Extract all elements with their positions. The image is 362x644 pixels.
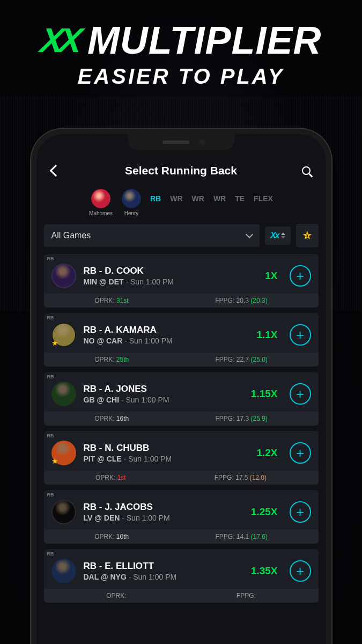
lineup-pick[interactable]: Henry [122,189,141,216]
back-button[interactable] [48,163,63,178]
player-name: RB - E. ELLIOTT [84,561,243,572]
sort-multiplier-button[interactable]: Xx [265,226,291,245]
player-game: PIT @ CLE - Sun 1:00 PM [84,455,249,463]
player-avatar[interactable] [51,264,76,288]
arrow-left-icon [49,165,62,177]
add-player-button[interactable]: + [290,442,311,464]
position-slot-wr[interactable]: WR [170,189,182,203]
position-slot-wr[interactable]: WR [192,189,204,203]
dropdown-label: All Games [51,231,91,240]
multiplier-value: 1X [265,270,277,282]
card-stats: OPRK: 1st FPPG: 17.5 (12.0) [44,471,319,485]
position-tag: RB [47,492,54,497]
player-avatar[interactable] [51,382,76,406]
nav-bar: Select Running Back [36,158,326,184]
player-card[interactable]: RB RB - J. JACOBS LV @ DEN - Sun 1:00 PM… [44,490,319,544]
position-tag: RB [47,256,54,261]
xx-icon: Xx [270,231,279,240]
player-avatar[interactable] [51,559,76,583]
oprk-stat: OPRK: 16th [94,415,129,422]
fppg-stat: FPPG: 17.3 (25.9) [215,415,267,422]
position-slot-flex[interactable]: FLEX [254,189,273,203]
promo-subtitle: EASIER TO PLAY [0,64,362,89]
position-tag: RB [47,433,54,438]
avatar-icon [122,189,141,208]
player-name: RB - D. COOK [84,266,258,276]
player-avatar[interactable] [51,500,76,524]
phone-notch [128,134,235,150]
sort-arrows-icon [281,232,285,239]
filter-bar: All Games Xx ★ 3 [36,224,326,254]
fppg-stat: FPPG: 14.1 (17.6) [215,533,267,540]
fppg-stat: FPPG: [237,592,256,599]
fppg-stat: FPPG: 22.7 (25.0) [215,356,267,363]
player-game: LV @ DEN - Sun 1:00 PM [84,514,243,522]
add-player-button[interactable]: + [290,324,311,346]
lineup-name: Mahomes [89,210,113,216]
favorite-star-icon: ★ [51,339,58,347]
card-main: RB - A. JONES GB @ CHI - Sun 1:00 PM 1.1… [44,372,319,412]
player-card[interactable]: RB RB - D. COOK MIN @ DET - Sun 1:00 PM … [44,254,319,308]
player-card[interactable]: RB ★ RB - A. KAMARA NO @ CAR - Sun 1:00 … [44,313,319,367]
card-main: ★ RB - A. KAMARA NO @ CAR - Sun 1:00 PM … [44,313,319,353]
fppg-stat: FPPG: 17.5 (12.0) [215,474,267,481]
oprk-stat: OPRK: [106,592,126,599]
promo-banner: XX MULTIPLIER EASIER TO PLAY [0,0,362,89]
player-info: RB - A. JONES GB @ CHI - Sun 1:00 PM [84,384,243,404]
multiplier-value: 1.35X [251,565,278,577]
player-info: RB - D. COOK MIN @ DET - Sun 1:00 PM [84,266,258,286]
oprk-stat: OPRK: 1st [95,474,126,481]
add-player-button[interactable]: + [290,265,311,287]
games-dropdown[interactable]: All Games [44,224,260,247]
oprk-stat: OPRK: 25th [94,356,129,363]
player-list[interactable]: RB RB - D. COOK MIN @ DET - Sun 1:00 PM … [36,254,326,603]
player-info: RB - N. CHUBB PIT @ CLE - Sun 1:00 PM [84,443,249,463]
card-stats: OPRK: 25th FPPG: 22.7 (25.0) [44,353,319,367]
star-icon: ★ 3 [302,229,313,243]
player-card[interactable]: RB ★ RB - N. CHUBB PIT @ CLE - Sun 1:00 … [44,431,319,485]
lineup-bar: Mahomes Henry RB WR WR WR TE FLEX [36,184,326,224]
player-name: RB - A. KAMARA [84,325,249,335]
player-name: RB - N. CHUBB [84,443,249,453]
xx-logo-icon: XX [38,20,80,60]
position-tag: RB [47,315,54,320]
player-info: RB - A. KAMARA NO @ CAR - Sun 1:00 PM [84,325,249,345]
lineup-pick[interactable]: Mahomes [89,189,113,216]
search-icon [302,166,311,175]
position-slot-te[interactable]: TE [235,189,245,203]
position-tag: RB [47,374,54,379]
favorites-filter-button[interactable]: ★ 3 [296,224,319,247]
favorite-star-icon: ★ [51,457,58,465]
player-card[interactable]: RB RB - A. JONES GB @ CHI - Sun 1:00 PM … [44,372,319,426]
favorites-count: 3 [306,233,308,238]
add-player-button[interactable]: + [290,383,311,405]
card-main: ★ RB - N. CHUBB PIT @ CLE - Sun 1:00 PM … [44,431,319,471]
card-stats: OPRK: 10th FPPG: 14.1 (17.6) [44,530,319,544]
add-player-button[interactable]: + [290,501,311,523]
player-info: RB - J. JACOBS LV @ DEN - Sun 1:00 PM [84,502,243,522]
card-main: RB - E. ELLIOTT DAL @ NYG - Sun 1:00 PM … [44,549,319,589]
position-slot-wr[interactable]: WR [213,189,226,203]
player-avatar[interactable]: ★ [51,323,76,347]
oprk-stat: OPRK: 10th [94,533,129,540]
card-stats: OPRK: 31st FPPG: 20.3 (20.3) [44,294,319,308]
player-game: NO @ CAR - Sun 1:00 PM [84,336,249,345]
promo-title: MULTIPLIER [87,18,322,62]
page-title: Select Running Back [125,164,237,177]
player-card[interactable]: RB RB - E. ELLIOTT DAL @ NYG - Sun 1:00 … [44,549,319,603]
app-screen: Select Running Back Mahomes Henry RB WR … [36,134,326,603]
multiplier-value: 1.15X [251,388,278,400]
multiplier-value: 1.1X [256,329,277,341]
card-stats: OPRK: 16th FPPG: 17.3 (25.9) [44,412,319,426]
multiplier-value: 1.2X [256,447,277,459]
position-slot-rb[interactable]: RB [150,189,161,203]
oprk-stat: OPRK: 31st [94,297,128,304]
fppg-stat: FPPG: 20.3 (20.3) [215,297,267,304]
chevron-down-icon [246,231,253,238]
add-player-button[interactable]: + [290,560,311,582]
search-button[interactable] [299,163,314,178]
player-game: DAL @ NYG - Sun 1:00 PM [84,573,243,581]
player-avatar[interactable]: ★ [51,441,76,465]
player-name: RB - A. JONES [84,384,243,394]
card-stats: OPRK: FPPG: [44,589,319,603]
